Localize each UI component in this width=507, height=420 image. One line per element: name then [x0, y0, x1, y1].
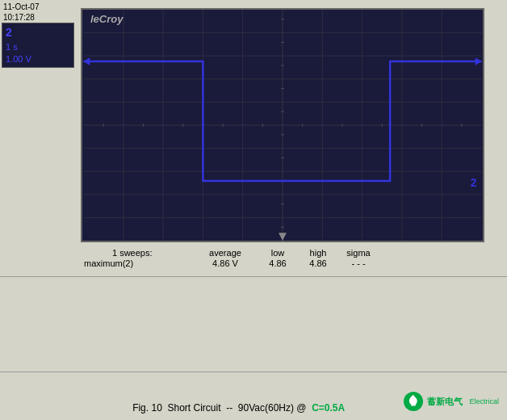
logo-area: 蓄新电气 Electrical [403, 391, 499, 412]
timebase-label: 1 s [6, 41, 70, 53]
channel-info-box: 2 1 s 1.00 V [2, 23, 74, 68]
date-label: 11-Oct-07 [3, 2, 39, 12]
caption-text: Fig. 10 Short Circuit -- 90Vac(60Hz) @ C… [132, 402, 347, 414]
waveform-display: 2 [82, 10, 483, 241]
sigma-header: sigma [338, 248, 379, 258]
oscilloscope-screen: leCroy [81, 8, 484, 242]
meas-label: maximum(2) [84, 258, 193, 268]
measurements-bar: 1 sweeps: average low high sigma maximum… [81, 246, 484, 270]
time-label: 10:17:28 [3, 12, 39, 23]
logo-icon [403, 391, 424, 412]
bottom-section: BWL 1 10 V DC 2 .1 V DC % 3 10 V AC % 4 … [0, 279, 507, 384]
figure-caption: Fig. 10 Short Circuit -- 90Vac(60Hz) @ C… [0, 402, 507, 414]
sweeps-label: 1 sweeps: [112, 248, 193, 258]
meas-low: 4.86 [258, 258, 298, 268]
meas-average: 4.86 V [193, 258, 258, 268]
meas-high: 4.86 [298, 258, 338, 268]
caption-highlight: C=0.5A [312, 402, 345, 414]
brand-label: leCroy [90, 13, 123, 25]
divider-2 [0, 372, 507, 372]
low-header: low [258, 248, 298, 258]
channel-number: 2 [6, 26, 12, 39]
timestamp: 11-Oct-07 10:17:28 [3, 2, 39, 23]
svg-text:2: 2 [471, 177, 477, 189]
meas-sigma: - - - [338, 258, 379, 268]
voltage-label: 1.00 V [6, 53, 70, 65]
logo-sub: Electrical [469, 397, 499, 405]
high-header: high [298, 248, 338, 258]
logo-text: 蓄新电气 [427, 396, 463, 408]
divider-1 [0, 276, 507, 277]
average-header: average [193, 248, 258, 258]
